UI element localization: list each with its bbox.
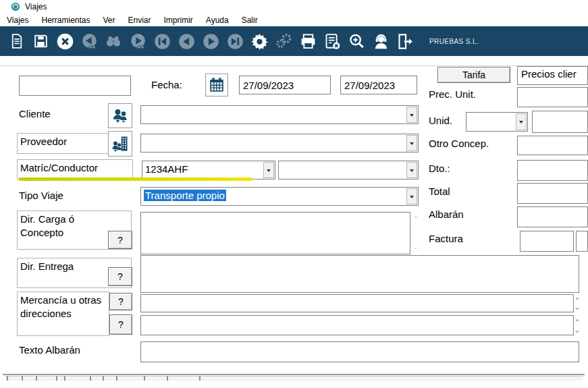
texto-albaran-input[interactable] [140, 341, 579, 362]
calendar-button[interactable] [205, 74, 228, 96]
menu-ver[interactable]: Ver [103, 16, 115, 25]
zoom-button[interactable] [347, 31, 366, 51]
new-document-icon [8, 32, 25, 50]
dto-label: Dto.: [429, 163, 450, 174]
search-button [104, 31, 123, 51]
dir-entrega-help-button[interactable]: ? [108, 267, 132, 286]
toolbar: PRUEBAS S.L. [0, 26, 588, 56]
cliente-dropdown-arrow-icon[interactable] [406, 107, 417, 123]
otro-concep-input[interactable] [517, 136, 588, 155]
tarifa-value-field[interactable]: Precios clier [517, 66, 588, 85]
mini-scroll-down-icon[interactable] [575, 308, 579, 310]
scroll-up-icon[interactable]: ⌃ [413, 216, 419, 222]
last-record-button [225, 31, 244, 51]
tools-icon [275, 32, 292, 50]
next-record-icon [202, 32, 220, 51]
save-button[interactable] [31, 31, 50, 51]
proveedor-dropdown-arrow-icon[interactable] [406, 135, 417, 151]
menu-imprimir[interactable]: Imprimir [164, 16, 193, 25]
proveedor-search-button[interactable] [108, 131, 132, 157]
next-record-button [201, 31, 220, 51]
tipo-viaje-combobox[interactable]: Transporte propio [140, 187, 419, 206]
mercancia-help-button-2[interactable]: ? [109, 314, 132, 335]
albaran-input[interactable] [517, 206, 588, 227]
texto-albaran-label: Texto Albarán [19, 344, 80, 356]
cliente-search-button[interactable] [108, 103, 132, 128]
grid-column-divider [22, 376, 23, 381]
toolbar-separator [0, 65, 588, 66]
tipo-viaje-dropdown-arrow-icon[interactable] [406, 188, 417, 204]
tarifa-button[interactable]: Tarifa [437, 67, 510, 83]
calendar-icon [208, 76, 225, 94]
total-label: Total [429, 186, 450, 197]
prec-unit-input[interactable] [517, 87, 588, 107]
mini-scroll-up-icon[interactable] [575, 297, 579, 300]
matricula-value: 1234AHF [145, 163, 261, 175]
highlight-underline [19, 177, 252, 181]
print-button[interactable] [298, 31, 317, 51]
matricula-combobox[interactable]: 1234AHF [142, 161, 275, 179]
support-button[interactable] [371, 31, 390, 51]
dir-entrega-input[interactable] [140, 255, 579, 293]
conductor-combobox[interactable] [278, 161, 419, 179]
proveedor-combobox[interactable] [140, 134, 419, 153]
albaran-label: Albarán [429, 209, 464, 220]
supplier-building-icon [111, 134, 130, 153]
menu-enviar[interactable]: Enviar [128, 16, 151, 25]
mini-scroll-down-icon[interactable] [575, 331, 579, 333]
grid-column-divider [90, 376, 91, 381]
factura-input[interactable] [520, 231, 574, 252]
matricula-dropdown-arrow-icon[interactable] [263, 162, 274, 178]
cliente-combobox[interactable] [140, 105, 419, 124]
grid-top-border [3, 374, 585, 375]
fecha-hasta-input[interactable] [340, 76, 417, 94]
grid-column-divider [116, 376, 117, 381]
menu-herramientas[interactable]: Herramientas [41, 16, 90, 25]
delete-record-icon [323, 32, 342, 51]
menu-salir[interactable]: Salir [242, 16, 258, 25]
mercancia-input-1[interactable] [140, 294, 574, 312]
settings-icon [250, 32, 269, 51]
settings-button[interactable] [250, 31, 269, 51]
mercancia-help-button-1[interactable]: ? [109, 293, 132, 310]
factura-label: Factura [429, 233, 463, 244]
conductor-dropdown-arrow-icon[interactable] [406, 162, 417, 178]
total-input[interactable] [517, 183, 588, 204]
app-logo-icon [11, 2, 20, 11]
titlebar: Viajes [0, 0, 588, 13]
cancel-button[interactable] [55, 31, 74, 51]
menu-viajes[interactable]: Viajes [7, 16, 28, 25]
menu-ayuda[interactable]: Ayuda [206, 16, 229, 25]
save-icon [32, 32, 49, 50]
factura-secondary-field[interactable] [576, 231, 588, 252]
unid-label: Unid. [429, 115, 452, 126]
mercancia-input-2[interactable] [140, 315, 574, 335]
last-record-icon [226, 32, 244, 51]
delete-record-button[interactable] [323, 31, 342, 51]
dir-carga-textarea[interactable] [140, 212, 410, 254]
menubar: Viajes Herramientas Ver Enviar Imprimir … [0, 13, 588, 26]
tools-button [274, 31, 293, 51]
search-next-icon [129, 32, 147, 51]
search-previous-button [80, 31, 99, 51]
first-record-icon [153, 32, 171, 51]
new-document-button[interactable] [7, 31, 26, 51]
dto-input[interactable] [517, 160, 588, 181]
numero-viaje-input[interactable] [19, 76, 131, 96]
window-title: Viajes [25, 2, 47, 11]
unid-dropdown-arrow-icon[interactable] [516, 113, 527, 130]
grid-column-divider [144, 376, 145, 381]
mini-scroll-up-icon[interactable] [575, 318, 579, 321]
scroll-down-icon[interactable]: ⌄ [413, 244, 419, 250]
proveedor-label: Proveedor [17, 133, 109, 154]
exit-button[interactable] [396, 31, 415, 51]
fecha-desde-input[interactable] [239, 76, 331, 94]
dir-carga-help-button[interactable]: ? [108, 231, 132, 249]
unid-combobox[interactable] [466, 112, 528, 132]
search-next-button [128, 31, 147, 51]
unid-secondary-input[interactable] [532, 111, 588, 133]
otro-concep-label: Otro Concep. [429, 138, 489, 149]
grid-column-divider [7, 376, 8, 381]
search-icon [105, 32, 122, 50]
support-icon [372, 32, 390, 51]
